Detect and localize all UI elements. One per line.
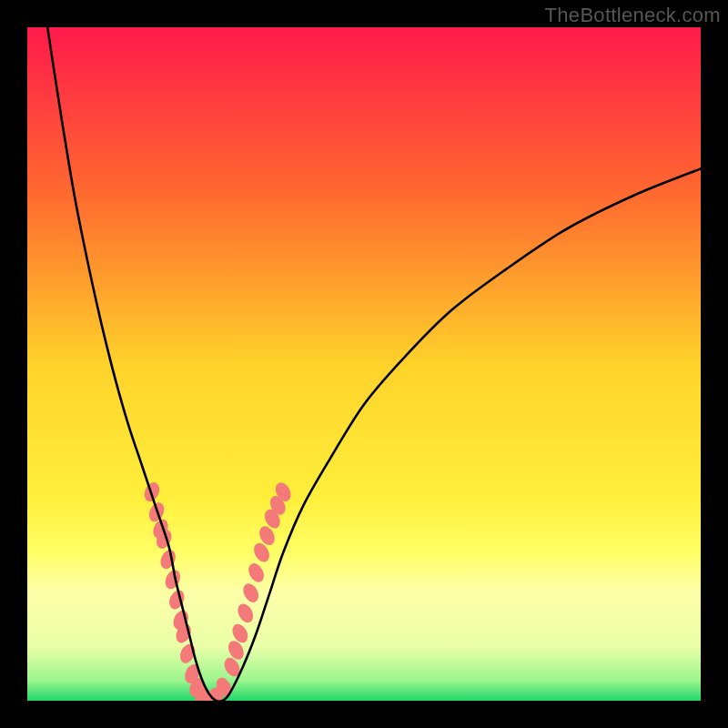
marker-dot: [157, 547, 178, 571]
chart-frame: TheBottleneck.com: [0, 0, 728, 728]
watermark: TheBottleneck.com: [545, 4, 721, 27]
marker-dot: [240, 581, 262, 604]
marker-dot: [235, 602, 257, 625]
marker-dot: [167, 588, 187, 612]
plot-area: [27, 27, 701, 701]
curve-layer: [27, 27, 701, 701]
marker-dot: [246, 561, 268, 584]
